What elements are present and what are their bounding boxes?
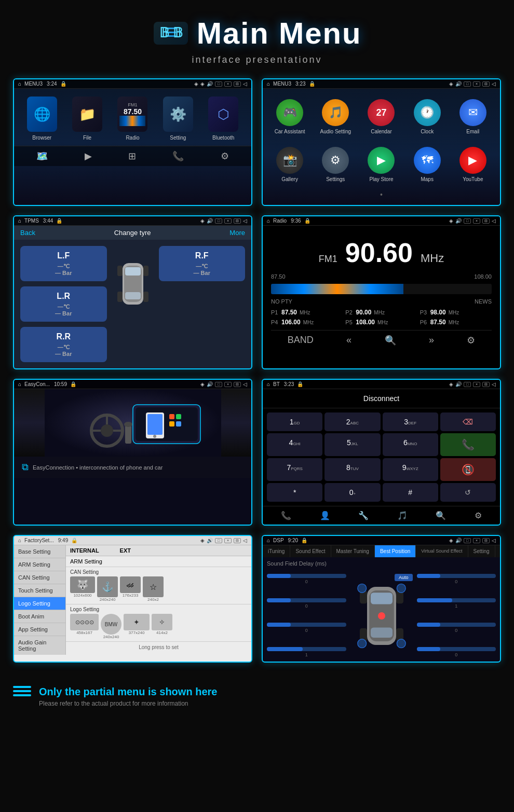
dsp-track-r3[interactable] (417, 623, 496, 627)
grid-btn[interactable]: ⊞ (128, 150, 136, 162)
bt-settings2-icon[interactable]: 🔧 (358, 511, 369, 520)
home-icon7[interactable]: ⌂ (18, 538, 21, 543)
dial-end[interactable]: 📵 (440, 458, 496, 481)
home-icon[interactable]: ⌂ (18, 81, 21, 87)
dsp-tab-virtual[interactable]: Virtual Sound Effect (416, 545, 468, 557)
logo-audi[interactable]: ⊙⊙⊙⊙ 458x167 (70, 614, 99, 639)
logo-wolf[interactable]: 🐺 1024x600 (70, 576, 95, 602)
dial-9[interactable]: 9WXYZ (383, 458, 438, 481)
easy-connect-icon: ⧉ (22, 462, 29, 473)
home-icon6[interactable]: ⌂ (267, 381, 270, 387)
dsp-tab-setting[interactable]: Setting (468, 545, 495, 557)
app-settings[interactable]: ⚙ Settings (317, 147, 354, 182)
logo-other[interactable]: ✧ 414x2 (152, 614, 172, 639)
tpms-more-btn[interactable]: More (229, 229, 245, 237)
factory-nav-touch[interactable]: Touch Setting (14, 584, 65, 597)
bluetooth-label: Bluetooth (212, 135, 234, 141)
factory-body: Base Setting ARM Setting CAN Setting Tou… (14, 545, 251, 655)
bt-search-icon[interactable]: 🔍 (436, 511, 446, 520)
dial-5[interactable]: 5JKL (324, 433, 380, 456)
home-icon2[interactable]: ⌂ (267, 81, 270, 87)
factory-nav-can[interactable]: CAN Setting (14, 571, 65, 584)
app-radio[interactable]: FM1 87.50 Radio (117, 97, 148, 141)
logo-bmw[interactable]: BMW 240x240 (101, 614, 121, 639)
eq-btn[interactable]: ⚙ (467, 335, 475, 346)
dial-star[interactable]: * (267, 483, 322, 502)
preset-p5[interactable]: P5 108.00 MHz (345, 319, 417, 326)
dial-del[interactable]: ⌫ (440, 412, 496, 431)
dsp-track-l4[interactable] (267, 647, 346, 651)
dial-0[interactable]: 0+ (324, 483, 380, 502)
dsp-track-l2[interactable] (267, 598, 346, 602)
phone-btn[interactable]: 📞 (172, 150, 184, 162)
bt-contacts-icon[interactable]: 👤 (320, 511, 330, 520)
preset-p2[interactable]: P2 90.00 MHz (345, 309, 417, 316)
search-btn[interactable]: 🔍 (385, 335, 396, 346)
car-assistant-label: Car Assistant (275, 129, 305, 134)
dsp-track-l1[interactable] (267, 574, 346, 578)
prev-btn[interactable]: « (346, 335, 351, 346)
map-btn[interactable]: 🗺️ (36, 150, 48, 162)
factory-nav-base[interactable]: Base Setting (14, 545, 65, 558)
dial-7[interactable]: 7PQRS (267, 458, 322, 481)
app-file[interactable]: 📁 File (72, 97, 103, 141)
bt-phone-icon[interactable]: 📞 (281, 511, 291, 520)
home-icon3[interactable]: ⌂ (18, 218, 21, 224)
dsp-tab-best-position[interactable]: Best Position (375, 545, 416, 557)
preset-p1[interactable]: P1 87.50 MHz (271, 309, 343, 316)
dsp-tab-ituning[interactable]: iTuning (263, 545, 290, 557)
tpms-back-btn[interactable]: Back (20, 229, 35, 237)
factory-nav-arm[interactable]: ARM Setting (14, 558, 65, 571)
dsp-tab-sound-effect[interactable]: Sound Effect (290, 545, 331, 557)
dsp-track-r4[interactable] (417, 647, 496, 651)
band-btn[interactable]: BAND (288, 335, 314, 346)
dial-3[interactable]: 3DEF (383, 412, 438, 431)
dsp-track-l3[interactable] (267, 623, 346, 627)
notice-decoration (13, 686, 31, 696)
dsp-fill-l2 (267, 598, 291, 602)
preset-p6[interactable]: P6 87.50 MHz (420, 319, 492, 326)
next-btn[interactable]: » (429, 335, 434, 346)
dial-2[interactable]: 2ABC (324, 412, 380, 431)
settings-btn[interactable]: ⚙ (221, 150, 229, 162)
app-email[interactable]: ✉ Email (455, 99, 491, 134)
bt-music-icon[interactable]: 🎵 (397, 511, 408, 520)
dsp-tab-master-tuning[interactable]: Master Tuning (331, 545, 375, 557)
bt-gear-icon[interactable]: ⚙ (475, 511, 482, 520)
logo-porsche[interactable]: 🏎 176x233 (120, 576, 141, 602)
factory-nav-boot[interactable]: Boot Anim (14, 610, 65, 623)
home-icon5[interactable]: ⌂ (18, 381, 21, 387)
home-icon8[interactable]: ⌂ (267, 538, 270, 543)
dial-1[interactable]: 1GD (267, 412, 322, 431)
app-youtube[interactable]: ▶ YouTube (455, 147, 491, 182)
dial-call[interactable]: 📞 (440, 433, 496, 456)
factory-nav-logo[interactable]: Logo Setting (14, 597, 65, 610)
app-calendar[interactable]: 27 Calendar (363, 99, 399, 134)
app-audio-setting[interactable]: 🎵 Audio Setting (317, 99, 354, 134)
dial-refresh[interactable]: ↺ (440, 483, 496, 502)
app-clock[interactable]: 🕐 Clock (409, 99, 445, 134)
logo-merc1[interactable]: ☆ 240x2 (143, 576, 164, 602)
dial-8[interactable]: 8TUV (324, 458, 380, 481)
app-browser[interactable]: 🌐 Browser (26, 97, 58, 141)
dial-6[interactable]: 6MNO (383, 433, 438, 456)
app-setting[interactable]: ⚙️ Setting (163, 97, 194, 141)
dial-4[interactable]: 4GHI (267, 433, 322, 456)
app-car-assistant[interactable]: 🎮 Car Assistant (272, 99, 308, 134)
app-gallery[interactable]: 📸 Gallery (272, 147, 308, 182)
dsp-track-r1[interactable] (417, 574, 496, 578)
preset-p3[interactable]: P3 98.00 MHz (420, 309, 492, 316)
logo-mercedes[interactable]: ✦ 377x240 (124, 614, 150, 639)
home-icon4[interactable]: ⌂ (267, 218, 270, 224)
factory-nav-audio[interactable]: Audio Gain Setting (14, 636, 65, 655)
app-maps[interactable]: 🗺 Maps (409, 147, 445, 182)
preset-p4[interactable]: P4 106.00 MHz (271, 319, 343, 326)
dsp-track-r2[interactable] (417, 598, 496, 602)
factory-nav-app[interactable]: App Setting (14, 623, 65, 636)
logo-anchor[interactable]: ⚓ 240x240 (97, 576, 118, 602)
dsp-auto-btn[interactable]: Auto (395, 574, 413, 581)
play-btn[interactable]: ▶ (85, 150, 92, 162)
app-play-store[interactable]: ▶ Play Store (363, 147, 399, 182)
app-bluetooth[interactable]: ⬡ Bluetooth (208, 97, 239, 141)
dial-hash[interactable]: # (383, 483, 438, 502)
